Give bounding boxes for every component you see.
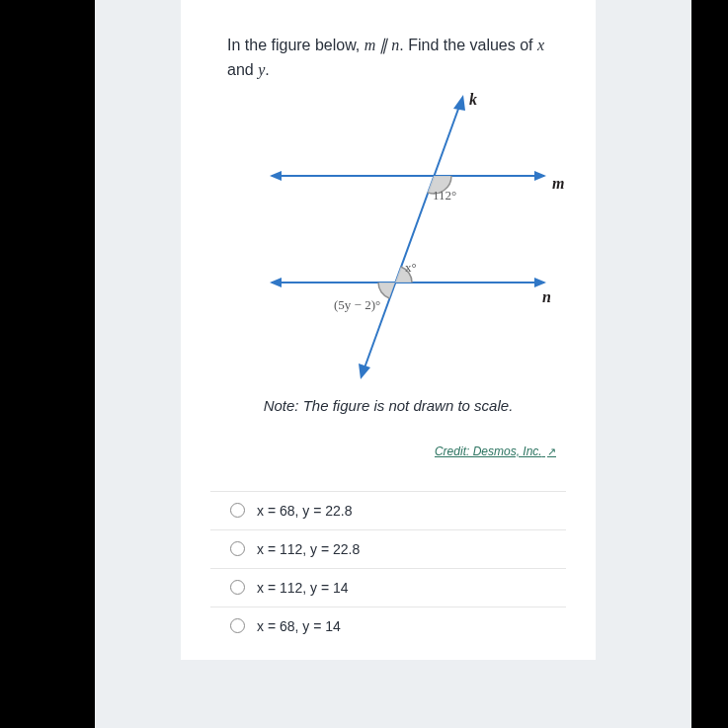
radio-icon bbox=[230, 580, 245, 595]
answer-options: x = 68, y = 22.8 x = 112, y = 22.8 x = 1… bbox=[210, 491, 566, 645]
figure-note: Note: The figure is not drawn to scale. bbox=[210, 397, 566, 414]
option-label: x = 112, y = 22.8 bbox=[257, 541, 360, 557]
svg-marker-1 bbox=[270, 171, 282, 181]
q-mid: . Find the values of bbox=[399, 37, 537, 53]
q-x: x bbox=[537, 37, 544, 53]
radio-icon bbox=[230, 541, 245, 556]
q-prefix: In the figure below, bbox=[227, 37, 364, 53]
external-link-icon: ↗ bbox=[547, 445, 556, 457]
label-m: m bbox=[552, 175, 564, 192]
figure: k m n 112° x° (5y − 2)° bbox=[210, 87, 566, 393]
label-k: k bbox=[469, 91, 477, 108]
option-a[interactable]: x = 68, y = 22.8 bbox=[210, 491, 566, 529]
credit-text: Credit: Desmos, Inc. bbox=[435, 445, 542, 458]
credit-link[interactable]: Credit: Desmos, Inc. ↗ bbox=[435, 445, 556, 458]
option-b[interactable]: x = 112, y = 22.8 bbox=[210, 529, 566, 568]
svg-marker-4 bbox=[270, 278, 282, 287]
credit-line: Credit: Desmos, Inc. ↗ bbox=[210, 442, 566, 459]
radio-icon bbox=[230, 503, 245, 518]
svg-marker-5 bbox=[534, 278, 546, 287]
diagram-svg: k m n 112° x° (5y − 2)° bbox=[250, 87, 566, 383]
label-angle-top: 112° bbox=[433, 188, 456, 202]
svg-marker-2 bbox=[534, 171, 546, 181]
question-card: In the figure below, m ∥ n. Find the val… bbox=[181, 0, 596, 660]
svg-marker-7 bbox=[453, 95, 465, 111]
label-n: n bbox=[542, 288, 551, 305]
option-d[interactable]: x = 68, y = 14 bbox=[210, 607, 566, 645]
q-parallel: m ∥ n bbox=[364, 37, 400, 53]
q-and: and bbox=[227, 61, 258, 78]
question-text: In the figure below, m ∥ n. Find the val… bbox=[210, 0, 566, 83]
label-angle-x: x° bbox=[405, 260, 417, 275]
svg-line-6 bbox=[363, 101, 461, 373]
svg-marker-8 bbox=[359, 364, 370, 379]
option-label: x = 112, y = 14 bbox=[257, 580, 349, 596]
q-suf: . bbox=[265, 61, 269, 78]
label-angle-bottom: (5y − 2)° bbox=[334, 297, 380, 312]
radio-icon bbox=[230, 618, 245, 633]
option-label: x = 68, y = 14 bbox=[257, 618, 341, 634]
option-c[interactable]: x = 112, y = 14 bbox=[210, 568, 566, 607]
option-label: x = 68, y = 22.8 bbox=[257, 503, 353, 519]
